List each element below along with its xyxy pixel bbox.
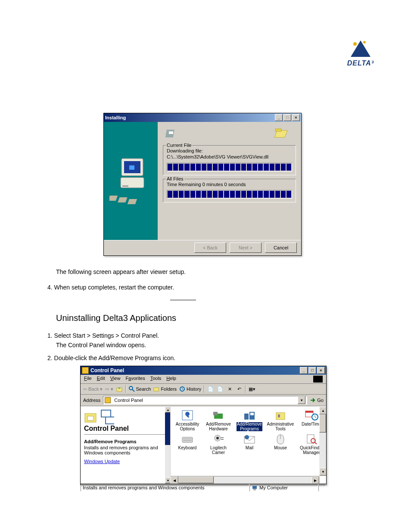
resize-grip[interactable] bbox=[318, 484, 326, 492]
minimize-button[interactable]: _ bbox=[275, 114, 283, 121]
right-vscroll[interactable]: ▲ ▼ bbox=[319, 407, 326, 476]
cp-title-icon bbox=[82, 367, 89, 374]
menu-edit[interactable]: Edit bbox=[97, 376, 105, 383]
move-to-icon[interactable]: 📄 bbox=[207, 386, 214, 392]
svg-point-40 bbox=[216, 437, 219, 439]
cp-minimize-button[interactable]: _ bbox=[300, 367, 308, 374]
installer-title: Installing bbox=[105, 115, 126, 120]
cp-maximize-button[interactable]: □ bbox=[308, 367, 316, 374]
download-label: Downloading file: bbox=[167, 148, 292, 154]
cp-item-mail[interactable]: Mail bbox=[234, 433, 265, 455]
caption-after-install: The following screen appears after viewe… bbox=[56, 268, 186, 276]
tb-history[interactable]: History bbox=[179, 386, 201, 392]
cp-titlebar[interactable]: Control Panel _ □ × bbox=[81, 366, 326, 375]
tb-search[interactable]: Search bbox=[129, 386, 151, 392]
copy-to-icon[interactable]: 📄 bbox=[217, 386, 224, 392]
cp-left-heading: Add/Remove Programs bbox=[84, 439, 167, 444]
tb-folders[interactable]: Folders bbox=[153, 386, 177, 392]
step-2: 2. Double-click the Add/Remove Programs … bbox=[47, 354, 175, 362]
throbber-icon bbox=[313, 376, 323, 383]
cp-item-accessibility-options[interactable]: AccessibilityOptions bbox=[172, 409, 202, 431]
svg-line-48 bbox=[315, 442, 317, 444]
cp-close-button[interactable]: × bbox=[317, 367, 325, 374]
svg-rect-14 bbox=[275, 129, 281, 131]
cp-item-logitech-camer[interactable]: LogitechCamer bbox=[203, 433, 234, 455]
installer-window: Installing _ □ × bbox=[103, 113, 302, 256]
menu-favorites[interactable]: Favorites bbox=[125, 376, 145, 383]
all-files-group: All Files Time Remaining 0 minutes 0 sec… bbox=[163, 179, 296, 203]
cp-left-desc: Installs and removes programs and Window… bbox=[84, 445, 167, 455]
section-divider bbox=[170, 300, 196, 300]
cp-item-mouse[interactable]: Mouse bbox=[265, 433, 296, 455]
svg-rect-42 bbox=[221, 439, 224, 440]
all-files-legend: All Files bbox=[166, 176, 184, 181]
cp-left-pane: Control Panel Add/Remove Programs Instal… bbox=[81, 407, 171, 483]
svg-rect-7 bbox=[122, 185, 128, 187]
disk-icon bbox=[165, 127, 178, 140]
cp-menubar: File Edit View Favorites Tools Help bbox=[81, 375, 326, 384]
menu-view[interactable]: View bbox=[110, 376, 121, 383]
svg-rect-5 bbox=[129, 165, 134, 170]
status-bar: Installs and removes programs and Window… bbox=[81, 483, 326, 492]
delta-triangle-icon bbox=[350, 40, 371, 58]
next-button: Next > bbox=[230, 243, 262, 253]
cp-left-title: Control Panel bbox=[84, 425, 167, 435]
svg-rect-32 bbox=[278, 414, 280, 417]
brand-logo: DELTA³ bbox=[347, 40, 374, 67]
step-1a: 1. Select Start > Settings > Control Pan… bbox=[47, 332, 159, 340]
installer-titlebar[interactable]: Installing _ □ × bbox=[104, 113, 301, 122]
svg-rect-50 bbox=[253, 489, 256, 490]
close-button[interactable]: × bbox=[292, 114, 300, 121]
menu-file[interactable]: File bbox=[84, 376, 92, 383]
cp-left-link[interactable]: Windows Update bbox=[84, 459, 167, 464]
svg-rect-31 bbox=[276, 413, 285, 420]
svg-rect-23 bbox=[106, 417, 114, 424]
right-hscroll[interactable]: ◀ ▶ bbox=[171, 476, 319, 483]
svg-rect-8 bbox=[109, 196, 118, 201]
current-file-group: Current File Downloading file: C:\...\Sy… bbox=[163, 145, 296, 175]
all-files-progress bbox=[167, 190, 292, 199]
cp-icon-area: AccessibilityOptionsAdd/RemoveHardwareAd… bbox=[171, 407, 326, 483]
menu-help[interactable]: Help bbox=[166, 376, 176, 383]
go-icon bbox=[310, 397, 316, 403]
cp-item-add-remove-hardware[interactable]: Add/RemoveHardware bbox=[203, 409, 234, 431]
maximize-button: □ bbox=[283, 114, 291, 121]
address-value: Control Panel bbox=[114, 398, 143, 403]
menu-tools[interactable]: Tools bbox=[150, 376, 162, 383]
installer-sidebar-graphic bbox=[104, 122, 158, 240]
cp-item-administrative-tools[interactable]: AdministrativeTools bbox=[265, 409, 296, 431]
svg-rect-21 bbox=[87, 416, 93, 420]
address-field[interactable]: Control Panel ▼ bbox=[103, 396, 307, 404]
views-icon[interactable]: ▦▾ bbox=[249, 386, 255, 392]
step-1b: The Control Panel window opens. bbox=[56, 341, 146, 349]
time-remaining: Time Remaining 0 minutes 0 seconds bbox=[167, 182, 292, 188]
search-icon bbox=[129, 386, 135, 392]
address-icon bbox=[105, 397, 111, 403]
up-folder-icon[interactable] bbox=[116, 386, 123, 392]
delete-icon[interactable]: ✕ bbox=[226, 386, 233, 392]
address-label: Address bbox=[83, 398, 100, 403]
document-page: DELTA³ Installing _ □ × bbox=[0, 0, 411, 532]
status-left: Installs and removes programs and Window… bbox=[81, 484, 249, 492]
cp-item-keyboard[interactable]: Keyboard bbox=[172, 433, 202, 455]
undo-icon[interactable]: ↶ bbox=[236, 386, 243, 392]
svg-rect-9 bbox=[118, 197, 127, 202]
address-bar: Address Control Panel ▼ Go bbox=[81, 395, 326, 406]
svg-rect-34 bbox=[305, 411, 313, 413]
folders-icon bbox=[153, 386, 159, 392]
current-file-progress bbox=[167, 163, 292, 171]
history-icon bbox=[179, 386, 185, 392]
tb-forward: ⇨ ▾ bbox=[105, 386, 113, 392]
svg-rect-18 bbox=[154, 388, 159, 391]
left-scroll-down[interactable]: ▼ bbox=[165, 477, 171, 483]
back-button: < Back bbox=[194, 243, 226, 253]
step-4: 4. When setup completes, restart the com… bbox=[47, 283, 174, 292]
go-button[interactable]: Go bbox=[310, 397, 324, 403]
cancel-button[interactable]: Cancel bbox=[265, 243, 297, 253]
control-panel-window: Control Panel _ □ × File Edit View Favor… bbox=[80, 366, 327, 485]
left-scroll-up[interactable]: ▲ bbox=[165, 407, 171, 413]
address-dropdown[interactable]: ▼ bbox=[298, 396, 305, 404]
cp-toolbar: ⇦ Back ▾ ⇨ ▾ Search Folders History 📄 📄 … bbox=[81, 384, 326, 395]
svg-rect-49 bbox=[252, 486, 257, 489]
cp-item-add-remove-programs[interactable]: Add/RemovePrograms bbox=[234, 409, 265, 431]
